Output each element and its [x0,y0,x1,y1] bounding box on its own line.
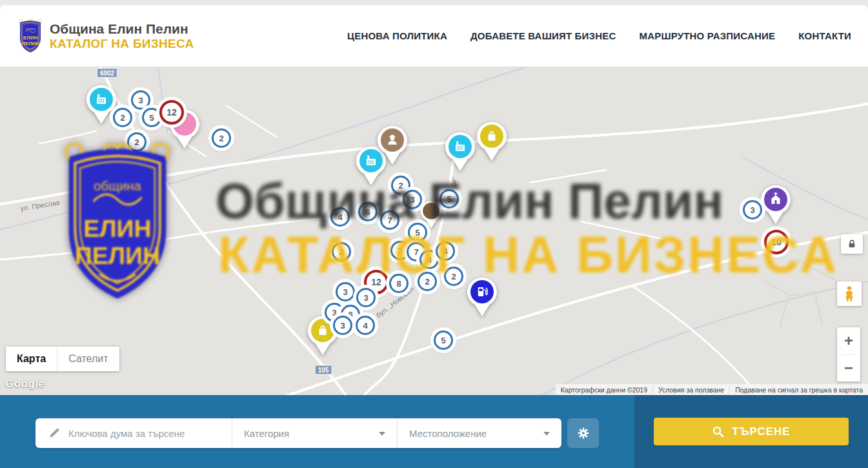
cluster-count: 5 [149,113,154,123]
cluster-marker[interactable]: 10 [764,230,789,254]
cluster-marker[interactable]: 2 [444,267,463,286]
keyword-search-input[interactable] [68,428,232,439]
cluster-marker[interactable]: 3 [403,190,422,209]
cluster-marker[interactable]: 2 [332,242,351,261]
cluster-count: 3 [750,205,754,215]
map-attribution: Картографски данни ©2019Условия за ползв… [556,384,868,395]
cluster-count: 3 [332,308,336,318]
pegman-icon [842,285,857,302]
attribution-link[interactable]: Условия за ползване [652,386,729,394]
cluster-marker[interactable]: 4 [356,316,375,335]
advanced-search-button[interactable] [567,418,599,448]
cluster-count: 6 [365,207,370,217]
nav-item[interactable]: КОНТАКТИ [798,30,851,41]
cluster-count: 2 [120,113,125,123]
zoom-out-button[interactable]: − [837,355,860,382]
cluster-count: 8 [396,279,401,289]
zoom-control: + − [837,327,860,382]
cluster-count: 2 [339,247,343,257]
main-nav: ЦЕНОВА ПОЛИТИКАДОБАВЕТЕ ВАШИЯТ БИЗНЕСМАР… [347,30,851,41]
nav-item[interactable]: ЦЕНОВА ПОЛИТИКА [347,30,447,41]
map-pin-worker[interactable] [376,125,409,168]
search-bar-right: ТЪРСЕНЕ [634,395,868,468]
search-submit-label: ТЪРСЕНЕ [732,425,790,438]
cluster-marker[interactable]: 7 [380,210,399,230]
cluster-count: 7 [387,216,392,225]
map[interactable]: община ЕЛИН ПЕЛИН Община Елин Пелин КАТА… [0,66,868,395]
map-type-satellite-button[interactable]: Сателит [57,347,119,371]
cluster-marker[interactable]: 3 [356,288,376,307]
cluster-marker[interactable]: 5 [434,331,453,350]
cluster-count: 12 [167,107,177,117]
cluster-count: 3 [363,293,368,303]
search-bar: Категория Местоположение [0,395,868,468]
site-logo[interactable]: община ЕЛИН ПЕЛИН Община Елин Пелин КАТА… [17,18,194,54]
cluster-count: 2 [451,272,456,281]
brand-subtitle: КАТАЛОГ НА БИЗНЕСА [50,37,194,51]
cluster-marker[interactable]: 2 [212,128,231,148]
cluster-count: 5 [447,194,451,204]
search-icon [712,425,724,438]
cluster-count: 5 [415,228,419,238]
map-pin-bag[interactable] [475,121,509,164]
location-select[interactable]: Местоположение [398,418,561,448]
cluster-marker[interactable]: 2 [127,132,146,152]
chevron-down-icon [379,432,385,436]
cluster-marker[interactable]: 5 [408,223,427,242]
cluster-marker[interactable]: 4 [436,241,455,261]
cluster-marker[interactable]: 5 [142,108,161,127]
svg-text:ЕЛИН: ЕЛИН [23,35,38,41]
cluster-marker[interactable]: 8 [389,274,409,293]
category-select-value: Категория [244,428,289,439]
cluster-marker[interactable]: 2 [113,108,132,127]
cluster-count: 3 [138,96,143,105]
chevron-down-icon [543,432,550,436]
cluster-marker[interactable]: 2 [418,272,437,291]
brand-title: Община Елин Пелин [50,21,194,37]
map-type-map-button[interactable]: Карта [6,347,57,371]
svg-text:община: община [25,26,35,30]
nav-item[interactable]: МАРШРУТНО РАЗПИСАНИЕ [639,30,775,41]
page: община ЕЛИН ПЕЛИН Община Елин Пелин КАТА… [0,0,868,468]
cluster-count: 2 [398,246,402,256]
google-logo: Google [5,378,45,391]
cluster-count: 2 [219,134,223,143]
pencil-icon [48,427,60,439]
map-pin-factory[interactable] [443,132,477,174]
map-pin-fuel[interactable] [465,277,499,320]
header: община ЕЛИН ПЕЛИН Община Елин Пелин КАТА… [0,5,868,66]
cluster-marker[interactable]: 4 [330,207,350,227]
road-number-badge: 6002 [97,68,117,78]
cluster-marker[interactable]: 3 [333,316,352,335]
cluster-marker[interactable]: 3 [743,200,762,219]
map-pin-church[interactable] [759,185,792,227]
cluster-count: 3 [340,321,345,331]
street-view-lock-button[interactable] [841,234,863,254]
search-submit-button[interactable]: ТЪРСЕНЕ [654,418,849,445]
attribution-link[interactable]: Подаване на сигнал за грешка в картата [729,386,868,394]
lock-icon [847,239,857,249]
zoom-in-button[interactable]: + [837,327,860,354]
cluster-marker[interactable]: 3 [336,282,355,301]
search-bar-left: Категория Местоположение [0,395,634,468]
cluster-marker[interactable]: 3 [131,90,150,110]
municipality-emblem-icon: община ЕЛИН ПЕЛИН [17,18,43,54]
cluster-count: 4 [363,321,367,331]
cluster-count: 5 [441,336,445,345]
cluster-count: 2 [134,137,139,147]
cluster-marker[interactable]: 5 [439,189,459,209]
gear-icon [576,426,590,440]
cluster-count: 3 [410,195,414,205]
cluster-count: 3 [343,287,347,297]
brand-text: Община Елин Пелин КАТАЛОГ НА БИЗНЕСА [50,21,194,51]
cluster-count: 7 [414,247,418,257]
svg-text:ПЕЛИН: ПЕЛИН [21,41,39,46]
cluster-marker[interactable]: 6 [358,202,378,221]
category-select[interactable]: Категория [232,418,398,448]
pegman-control[interactable] [837,281,862,306]
nav-item[interactable]: ДОБАВЕТЕ ВАШИЯТ БИЗНЕС [470,30,616,41]
cluster-count: 8 [427,255,431,265]
location-select-value: Местоположение [409,428,487,439]
cluster-count: 10 [771,237,782,247]
cluster-marker[interactable]: 12 [159,100,184,125]
